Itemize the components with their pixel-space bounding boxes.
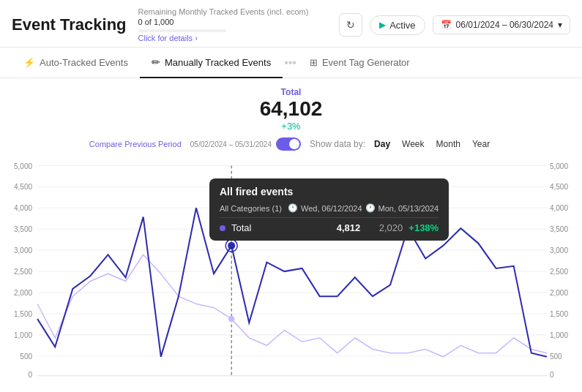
app-header: Event Tracking Remaining Monthly Tracked… <box>0 0 582 48</box>
header-meta: Remaining Monthly Tracked Events (incl. … <box>138 7 309 42</box>
tab-separator: ••• <box>283 56 298 69</box>
show-data-by-label: Show data by: <box>310 139 365 149</box>
svg-text:2,000: 2,000 <box>550 289 568 297</box>
svg-text:3,500: 3,500 <box>550 225 568 233</box>
svg-text:500: 500 <box>20 353 32 361</box>
header-actions: ↻ ▶ Active 📅 06/01/2024 – 06/30/2024 ▾ <box>339 13 570 37</box>
svg-text:06/01/2024: 06/01/2024 <box>20 382 55 383</box>
tab-manually-tracked[interactable]: ✏ Manually Tracked Events <box>140 48 283 78</box>
chart-container: 5,000 4,500 4,000 3,500 3,000 2,500 2,00… <box>12 157 570 383</box>
tab-auto-tracked[interactable]: ⚡ Auto-Tracked Events <box>12 48 140 78</box>
active-label: Active <box>389 20 415 31</box>
compare-toggle[interactable] <box>276 137 301 151</box>
svg-text:4,500: 4,500 <box>550 183 568 191</box>
refresh-button[interactable]: ↻ <box>339 13 362 37</box>
svg-text:1,000: 1,000 <box>14 331 32 339</box>
chart-header: Total 64,102 +3% <box>12 87 570 132</box>
svg-text:2,000: 2,000 <box>14 289 32 297</box>
svg-text:4,500: 4,500 <box>14 183 32 191</box>
auto-tracked-icon: ⚡ <box>23 57 35 68</box>
period-year[interactable]: Year <box>469 137 493 151</box>
show-data-by: Show data by: Day Week Month Year <box>310 137 493 151</box>
svg-text:06/07/2024: 06/07/2024 <box>123 382 158 383</box>
event-tag-icon: ⊞ <box>310 57 318 68</box>
svg-text:4,000: 4,000 <box>550 204 568 212</box>
period-day[interactable]: Day <box>371 137 393 151</box>
tooltip-dot-prev <box>228 316 234 322</box>
compare-label: Compare Previous Period <box>89 140 182 148</box>
play-icon: ▶ <box>379 20 386 30</box>
svg-text:06/17/2024: 06/17/2024 <box>283 382 318 383</box>
meta-count: 0 of 1,000 <box>138 18 309 26</box>
refresh-icon: ↻ <box>346 19 355 31</box>
svg-text:06/20/2024: 06/20/2024 <box>334 382 369 383</box>
tabs-bar: ⚡ Auto-Tracked Events ✏ Manually Tracked… <box>0 48 582 78</box>
svg-text:06/14/2024: 06/14/2024 <box>231 382 266 383</box>
main-period-line <box>37 208 547 357</box>
total-label: Total <box>12 87 570 97</box>
progress-bar <box>138 29 226 32</box>
meta-link[interactable]: Click for details › <box>138 34 309 42</box>
svg-text:3,500: 3,500 <box>14 225 32 233</box>
chart-area: Total 64,102 +3% Compare Previous Period… <box>0 78 582 383</box>
chart-controls: Compare Previous Period 05/02/2024 – 05/… <box>12 137 570 151</box>
period-week[interactable]: Week <box>399 137 427 151</box>
tab-manually-tracked-label: Manually Tracked Events <box>165 57 271 68</box>
tab-auto-tracked-label: Auto-Tracked Events <box>40 57 128 68</box>
tab-event-tag-label: Event Tag Generator <box>322 57 410 68</box>
svg-text:3,000: 3,000 <box>550 246 568 255</box>
page-title: Event Tracking <box>12 15 127 34</box>
manually-tracked-icon: ✏ <box>152 56 160 68</box>
svg-text:06/10/2024: 06/10/2024 <box>174 382 209 383</box>
svg-text:0: 0 <box>29 371 33 379</box>
date-range-button[interactable]: 📅 06/01/2024 – 06/30/2024 ▾ <box>433 15 570 34</box>
meta-label: Remaining Monthly Tracked Events (incl. … <box>138 7 309 16</box>
svg-text:4,000: 4,000 <box>14 204 32 212</box>
tooltip-dot-main <box>228 242 235 249</box>
svg-text:500: 500 <box>550 353 562 361</box>
compare-period-control: Compare Previous Period 05/02/2024 – 05/… <box>89 137 301 151</box>
tab-event-tag-gen[interactable]: ⊞ Event Tag Generator <box>298 48 422 78</box>
toggle-knob <box>289 139 299 149</box>
svg-text:1,500: 1,500 <box>14 310 32 318</box>
svg-text:06/24/2024: 06/24/2024 <box>395 382 430 383</box>
total-change: +3% <box>12 121 570 132</box>
svg-text:1,500: 1,500 <box>550 310 568 318</box>
total-value: 64,102 <box>12 97 570 121</box>
svg-text:2,500: 2,500 <box>550 268 568 276</box>
svg-text:06/30/2024: 06/30/2024 <box>509 382 544 383</box>
date-range-label: 06/01/2024 – 06/30/2024 <box>456 20 553 30</box>
svg-text:0: 0 <box>550 371 554 379</box>
svg-text:5,000: 5,000 <box>14 162 32 170</box>
svg-text:3,000: 3,000 <box>14 246 32 255</box>
svg-text:1,000: 1,000 <box>550 331 568 339</box>
period-month[interactable]: Month <box>433 137 463 151</box>
svg-text:5,000: 5,000 <box>550 162 568 170</box>
svg-text:2,500: 2,500 <box>14 268 32 276</box>
svg-text:06/27/2024: 06/27/2024 <box>447 382 482 383</box>
svg-text:06/04/2024: 06/04/2024 <box>72 382 107 383</box>
active-button[interactable]: ▶ Active <box>370 15 425 35</box>
calendar-icon: 📅 <box>441 20 452 30</box>
chevron-down-icon: ▾ <box>558 20 562 30</box>
line-chart: 5,000 4,500 4,000 3,500 3,000 2,500 2,00… <box>12 157 570 383</box>
compare-date: 05/02/2024 – 05/31/2024 <box>190 140 272 148</box>
